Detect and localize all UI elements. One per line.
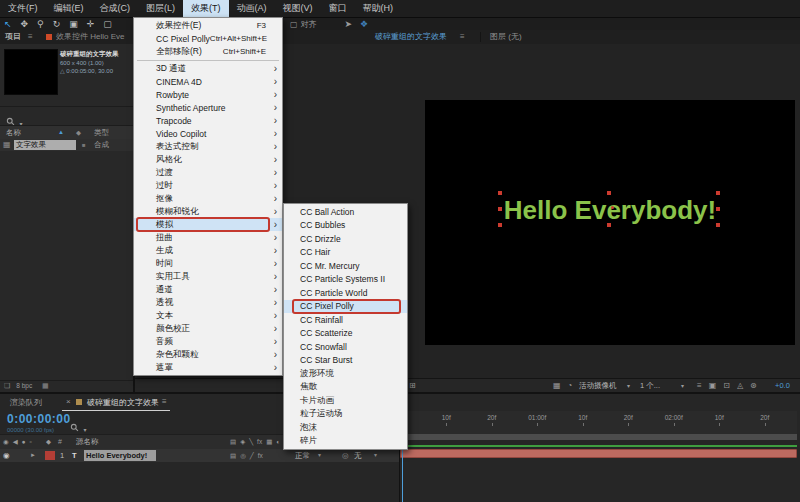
transparency-grid-icon[interactable]: ▦ bbox=[553, 379, 561, 393]
fast-previews-icon[interactable]: ◬ bbox=[737, 379, 743, 393]
hand-tool-icon[interactable]: ✥ bbox=[21, 18, 29, 30]
camera-tool-icon[interactable]: ▣ bbox=[69, 18, 78, 30]
column-type[interactable]: 类型 bbox=[94, 126, 109, 139]
text-layer-content[interactable]: Hello Everybody! bbox=[425, 195, 795, 226]
effects-menu-item[interactable]: 表达式控制 › bbox=[134, 140, 282, 153]
bit-depth-label[interactable]: 8 bpc bbox=[16, 382, 32, 389]
submenu-item[interactable]: CC Drizzle bbox=[284, 232, 407, 246]
effects-menu-item[interactable]: 遮罩 › bbox=[134, 361, 282, 374]
menubar-item[interactable]: 合成(C) bbox=[92, 0, 139, 17]
submenu-item[interactable]: CC Star Burst bbox=[284, 354, 407, 368]
pointer-icon[interactable]: ➤ bbox=[345, 19, 353, 29]
selection-handle[interactable] bbox=[498, 207, 502, 211]
column-name[interactable]: 名称 bbox=[6, 126, 21, 139]
effects-menu-item[interactable]: 扭曲 › bbox=[134, 231, 282, 244]
effects-menu-item[interactable]: 透视 › bbox=[134, 296, 282, 309]
hamburger-icon[interactable]: ≡ bbox=[162, 397, 167, 406]
tab-render-queue[interactable]: 渲染队列 bbox=[10, 397, 42, 408]
submenu-item[interactable]: CC Scatterize bbox=[284, 327, 407, 341]
comp-thumbnail[interactable] bbox=[4, 49, 58, 95]
effects-menu-item[interactable]: 模糊和锐化 › bbox=[134, 205, 282, 218]
sort-arrow-icon[interactable]: ▲ bbox=[58, 126, 64, 139]
blend-mode-select[interactable]: 正常 bbox=[295, 449, 310, 462]
quality-icon[interactable]: ╱ bbox=[250, 449, 254, 463]
effects-menu-item[interactable]: 3D 通道 › bbox=[134, 62, 282, 75]
project-flowchart-icon[interactable]: ❏ bbox=[4, 382, 10, 389]
effects-menu-item[interactable]: 风格化 › bbox=[134, 153, 282, 166]
video-eye-icon[interactable]: ◉ bbox=[3, 449, 10, 462]
shy-icon[interactable]: ▤ bbox=[230, 435, 236, 449]
active-camera-select[interactable]: 活动摄像机 bbox=[579, 379, 617, 393]
effects-menu-item[interactable]: 效果控件(E) F3 › bbox=[134, 19, 282, 32]
submenu-item[interactable]: 焦散 bbox=[284, 381, 407, 395]
caret-down-icon[interactable]: ▾ bbox=[374, 449, 377, 462]
current-timecode[interactable]: 0:00:00:00 bbox=[7, 412, 71, 426]
effects-menu-item[interactable]: CINEMA 4D › bbox=[134, 75, 282, 88]
effects-menu-item[interactable]: 抠像 › bbox=[134, 192, 282, 205]
menubar-item[interactable]: 帮助(H) bbox=[355, 0, 402, 17]
layer-row[interactable]: ◉ ► 1 T Hello Everybody! ▤◎╱fx 正常 ▾ ◎ 无 … bbox=[0, 449, 400, 462]
submenu-item[interactable]: CC Particle Systems II bbox=[284, 273, 407, 287]
exposure-value[interactable]: +0.0 bbox=[775, 379, 790, 393]
menubar-item[interactable]: 图层(L) bbox=[138, 0, 183, 17]
pixel-aspect-icon[interactable]: ⊡ bbox=[723, 379, 730, 393]
selection-handle[interactable] bbox=[716, 223, 720, 227]
effects-menu-item[interactable]: 文本 › bbox=[134, 309, 282, 322]
caret-down-icon[interactable]: ▾ bbox=[681, 379, 684, 393]
close-icon[interactable]: × bbox=[66, 397, 71, 406]
selection-handle[interactable] bbox=[498, 191, 502, 195]
effects-menu-item[interactable]: 颜色校正 › bbox=[134, 322, 282, 335]
view-layout-select[interactable]: 1 个... bbox=[640, 379, 660, 393]
effects-menu-item[interactable]: 实用工具 › bbox=[134, 270, 282, 283]
composition-canvas[interactable]: Hello Everybody! bbox=[425, 100, 795, 345]
submenu-item[interactable]: 碎片 bbox=[284, 435, 407, 449]
effects-menu-item[interactable]: 杂色和颗粒 › bbox=[134, 348, 282, 361]
fx-icon[interactable]: fx bbox=[257, 435, 262, 449]
tab-effect-controls[interactable]: 效果控件 Hello Eve bbox=[56, 30, 124, 44]
submenu-item[interactable]: CC Hair bbox=[284, 246, 407, 260]
audio-icon[interactable]: ◀ bbox=[13, 435, 18, 449]
submenu-item[interactable]: CC Snowfall bbox=[284, 340, 407, 354]
effects-menu-item[interactable]: 模拟 › bbox=[134, 218, 282, 231]
submenu-item[interactable]: CC Bubbles bbox=[284, 219, 407, 233]
layer-name[interactable]: Hello Everybody! bbox=[84, 450, 156, 461]
effects-menu-item[interactable]: 生成 › bbox=[134, 244, 282, 257]
caret-down-icon[interactable]: ▾ bbox=[318, 449, 321, 462]
current-time-icon[interactable]: ◔ bbox=[568, 379, 573, 393]
caret-down-icon[interactable]: ▾ bbox=[627, 379, 630, 393]
submenu-item[interactable]: 卡片动画 bbox=[284, 394, 407, 408]
lock-icon[interactable]: ▫ bbox=[30, 435, 32, 449]
time-ruler[interactable]: 0f10f20f01:00f10f20f02:00f10f20f bbox=[400, 411, 797, 435]
submenu-item[interactable]: 粒子运动场 bbox=[284, 408, 407, 422]
index-column-icon[interactable]: # bbox=[58, 435, 62, 449]
effects-menu-item[interactable]: Trapcode › bbox=[134, 114, 282, 127]
fx-icon[interactable]: fx bbox=[258, 449, 263, 463]
parent-select[interactable]: 无 bbox=[354, 449, 362, 462]
submenu-item[interactable]: CC Particle World bbox=[284, 286, 407, 300]
hamburger-icon[interactable]: ≡ bbox=[28, 30, 33, 44]
submenu-item[interactable]: CC Rainfall bbox=[284, 313, 407, 327]
label-column-icon[interactable]: ◆ bbox=[76, 126, 81, 139]
selection-handle[interactable] bbox=[607, 223, 611, 227]
layer-duration-bar[interactable] bbox=[400, 449, 797, 458]
effects-menu-item[interactable]: 过时 › bbox=[134, 179, 282, 192]
effects-menu-item[interactable]: 时间 › bbox=[134, 257, 282, 270]
effects-menu-item[interactable]: 通道 › bbox=[134, 283, 282, 296]
pan-behind-tool-icon[interactable]: ✛ bbox=[87, 18, 95, 30]
solo-icon[interactable]: ● bbox=[22, 435, 26, 449]
settings-icon[interactable]: ⊛ bbox=[750, 379, 757, 393]
motion-blur-icon[interactable]: ◐ bbox=[276, 435, 280, 449]
tab-comp-timeline[interactable]: 破碎重组的文字效果 bbox=[87, 397, 159, 408]
tab-layer[interactable]: 图层 (无) bbox=[490, 30, 522, 44]
label-column-icon[interactable]: ◆ bbox=[46, 435, 51, 449]
trash-icon[interactable]: ▦ bbox=[42, 382, 49, 389]
selection-handle[interactable] bbox=[716, 191, 720, 195]
zoom-tool-icon[interactable]: ⚲ bbox=[37, 18, 44, 30]
tab-project[interactable]: 项目 bbox=[5, 30, 21, 44]
effects-menu-item[interactable]: Rowbyte › bbox=[134, 88, 282, 101]
preview-region-icon[interactable]: ▣ bbox=[709, 379, 717, 393]
selection-handle[interactable] bbox=[498, 223, 502, 227]
tab-composition[interactable]: 破碎重组的文字效果 bbox=[375, 30, 447, 44]
selection-tool-icon[interactable]: ↖ bbox=[4, 18, 12, 30]
menubar-item[interactable]: 编辑(E) bbox=[46, 0, 92, 17]
